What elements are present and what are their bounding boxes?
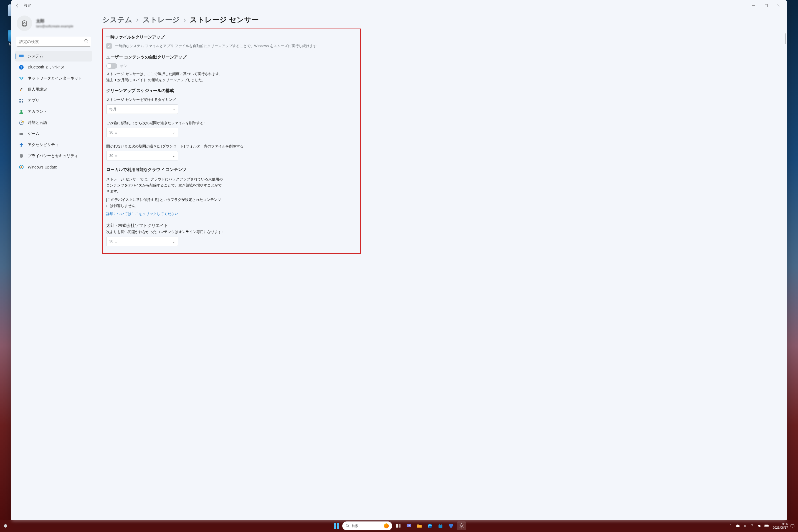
svg-rect-40	[768, 525, 769, 527]
svg-point-36	[461, 525, 463, 527]
search-container	[16, 37, 91, 46]
minimize-button[interactable]	[747, 1, 760, 10]
cloud-heading: ローカルで利用可能なクラウド コンテンツ	[106, 167, 353, 172]
bluetooth-icon	[19, 65, 24, 70]
breadcrumb-system[interactable]: システム	[102, 15, 132, 25]
svg-rect-1	[765, 4, 767, 7]
svg-point-19	[20, 134, 21, 134]
sidebar-item-privacy[interactable]: プライバシーとセキュリティ	[15, 151, 92, 161]
sidebar-item-apps[interactable]: アプリ	[15, 95, 92, 106]
profile-email: taro@softcreate.example	[36, 24, 73, 28]
taskbar-task-view[interactable]	[394, 521, 403, 530]
temp-files-checkbox[interactable]	[106, 43, 112, 49]
sidebar-item-accounts[interactable]: アカウント	[15, 107, 92, 117]
svg-point-29	[408, 525, 408, 526]
svg-rect-10	[20, 88, 22, 90]
svg-point-17	[22, 121, 23, 122]
nav-label: ネットワークとインターネット	[28, 76, 82, 81]
auto-cleanup-heading: ユーザー コンテンツの自動クリーンアップ	[106, 55, 353, 60]
cloud-account-desc: 次よりも長い間開かれなかったコンテンツはオンライン専用になります:	[106, 229, 353, 234]
svg-rect-11	[19, 99, 21, 100]
svg-rect-18	[19, 133, 23, 135]
svg-rect-6	[19, 55, 23, 57]
breadcrumb-storage[interactable]: ストレージ	[143, 15, 180, 25]
cloud-account-select[interactable]: 30 日 ⌄	[106, 236, 178, 246]
svg-point-37	[752, 527, 752, 527]
svg-rect-26	[396, 524, 398, 528]
taskbar-store[interactable]	[436, 521, 445, 530]
tray-chevron-icon[interactable]: ˄	[728, 523, 733, 529]
tray-ime[interactable]: A	[742, 523, 748, 529]
sidebar-item-accessibility[interactable]: アクセシビリティ	[15, 140, 92, 150]
cloud-desc-2: [このデバイス上に常に保持する] というフラグが設定されたコンテンツには影響しま…	[106, 197, 223, 209]
downloads-label: 開かれないまま次の期間が過ぎた [ダウンロード] フォルダー内のファイルを削除す…	[106, 144, 353, 149]
cloud-learn-more-link[interactable]: 詳細についてはここをクリックしてください	[106, 211, 178, 216]
scrollbar[interactable]	[785, 33, 786, 44]
svg-rect-39	[765, 525, 768, 527]
taskbar-search[interactable]: 検索	[342, 521, 392, 530]
account-icon	[19, 109, 24, 114]
taskbar: 検索 ˄ A 9:06 2023/08/17	[0, 520, 798, 532]
auto-cleanup-toggle[interactable]	[106, 63, 117, 69]
sidebar-item-bluetooth[interactable]: Bluetooth とデバイス	[15, 62, 92, 73]
search-icon	[84, 39, 89, 44]
tray-wifi-icon[interactable]	[749, 523, 755, 529]
taskbar-weather[interactable]	[3, 523, 8, 529]
taskbar-explorer[interactable]	[415, 521, 424, 530]
clock-date: 2023/08/17	[773, 526, 788, 530]
svg-point-4	[85, 39, 87, 42]
profile-name: 太郎	[36, 19, 73, 24]
svg-point-21	[21, 143, 22, 144]
clock-time: 9:06	[773, 522, 788, 526]
svg-rect-35	[440, 524, 441, 525]
tray-battery-icon[interactable]	[764, 523, 769, 529]
svg-point-3	[23, 22, 25, 24]
svg-rect-27	[399, 524, 400, 528]
tray-onedrive-icon[interactable]	[735, 523, 741, 529]
svg-point-23	[4, 524, 7, 528]
taskbar-edge[interactable]	[425, 521, 434, 530]
sidebar-item-network[interactable]: ネットワークとインターネット	[15, 73, 92, 84]
svg-point-24	[346, 524, 348, 527]
tray-volume-icon[interactable]	[757, 523, 762, 529]
breadcrumb: システム › ストレージ › ストレージ センサー	[102, 15, 361, 25]
sidebar-item-gaming[interactable]: ゲーム	[15, 129, 92, 139]
apps-icon	[19, 98, 24, 103]
svg-point-30	[409, 525, 409, 526]
select-value: 30 日	[109, 130, 118, 135]
taskbar-settings[interactable]	[457, 521, 466, 530]
profile-block[interactable]: 太郎 taro@softcreate.example	[14, 13, 93, 36]
start-button[interactable]	[332, 522, 341, 530]
taskbar-search-label: 検索	[352, 524, 358, 528]
sidebar-item-personalization[interactable]: 個人用設定	[15, 84, 92, 95]
svg-rect-32	[417, 525, 422, 528]
sidebar-item-system[interactable]: システム	[15, 51, 92, 61]
downloads-select[interactable]: 30 日 ⌄	[106, 151, 178, 160]
svg-rect-7	[20, 58, 22, 58]
cloud-desc-1: ストレージ センサーでは、クラウドにバックアップされている未使用のコンテンツをデ…	[106, 176, 223, 194]
recycle-label: ごみ箱に移動してから次の期間が過ぎたファイルを削除する:	[106, 120, 353, 126]
nav-label: プライバシーとセキュリティ	[28, 153, 78, 158]
sidebar-item-time-language[interactable]: 時刻と言語	[15, 117, 92, 128]
taskbar-clock[interactable]: 9:06 2023/08/17	[773, 522, 788, 530]
search-input[interactable]	[16, 37, 91, 46]
sidebar: 太郎 taro@softcreate.example システム Bluetoot…	[11, 11, 96, 521]
temp-files-heading: 一時ファイルをクリーンアップ	[106, 35, 353, 40]
gaming-icon	[19, 131, 24, 136]
close-button[interactable]	[773, 1, 785, 10]
recycle-select[interactable]: 30 日 ⌄	[106, 128, 178, 137]
highlight-box: 一時ファイルをクリーンアップ 一時的なシステム ファイルとアプリ ファイルを自動…	[102, 28, 361, 254]
sidebar-item-windows-update[interactable]: Windows Update	[15, 162, 92, 172]
nav-label: アプリ	[28, 98, 39, 103]
nav-label: アカウント	[28, 109, 47, 114]
taskbar-chat[interactable]	[404, 521, 413, 530]
taskbar-security[interactable]	[447, 521, 455, 530]
temp-files-label: 一時的なシステム ファイルとアプリ ファイルを自動的にクリーンアップすることで、…	[115, 43, 317, 49]
maximize-button[interactable]	[760, 1, 773, 10]
run-timing-select[interactable]: 毎月 ⌄	[106, 104, 178, 114]
back-button[interactable]	[13, 1, 22, 10]
content: システム › ストレージ › ストレージ センサー 一時ファイルをクリーンアップ…	[96, 11, 787, 521]
select-value: 30 日	[109, 239, 118, 244]
nav: システム Bluetooth とデバイス ネットワークとインターネット 個人用設…	[14, 50, 93, 173]
tray-notifications-icon[interactable]	[790, 523, 795, 529]
